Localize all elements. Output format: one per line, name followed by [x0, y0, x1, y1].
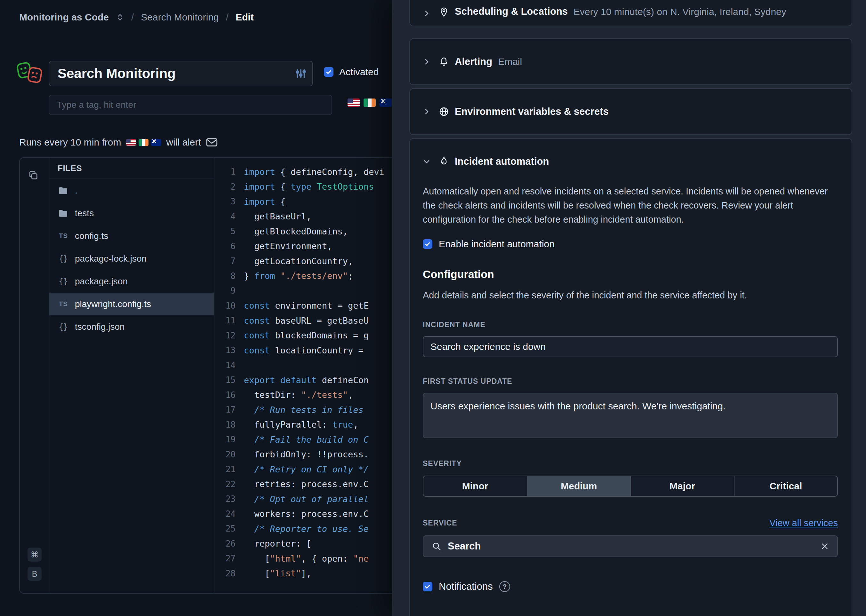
code-line: 18 fullyParallel: true, [214, 417, 412, 432]
code-line: 16 testDir: "./tests", [214, 388, 412, 403]
braces-icon: {} [58, 277, 69, 286]
copy-icon[interactable] [28, 170, 38, 181]
code-area[interactable]: 1import { defineConfig, devi2import { ty… [214, 158, 412, 593]
code-line: 17 /* Run tests in files [214, 402, 412, 417]
configuration-description: Add details and select the severity of t… [423, 290, 838, 301]
file-package.json[interactable]: {}package.json [49, 270, 214, 293]
folder-icon [58, 209, 69, 217]
runs-flags [126, 139, 161, 146]
code-line: 23 /* Opt out of parallel [214, 492, 412, 507]
ireland-flag-icon [364, 99, 376, 107]
section-environment-variables: Environment variables & secrets [409, 88, 852, 135]
code-line: 13const locationCountry = [214, 343, 412, 358]
check-name-input[interactable] [49, 61, 313, 86]
code-line: 26 reporter: [ [214, 536, 412, 552]
shortcut-badge: B [28, 567, 42, 581]
code-line: 8} from "./tests/env"; [214, 269, 412, 284]
braces-icon: {} [58, 322, 69, 332]
file-.[interactable]: . [49, 179, 214, 202]
clear-icon[interactable] [820, 542, 829, 550]
file-list: .testsTSconfig.ts{}package-lock.json{}pa… [49, 179, 214, 338]
code-line: 28 ["list"], [214, 566, 412, 581]
ts-icon: TS [58, 300, 69, 308]
settings-panel: Scheduling & Locations Every 10 minute(s… [392, 0, 866, 616]
section-title: Environment variables & secrets [455, 106, 609, 117]
notifications-row[interactable]: Notifications [423, 581, 838, 592]
location-pin-icon [439, 7, 449, 17]
breadcrumb-separator: / [131, 12, 134, 23]
file-config.ts[interactable]: TSconfig.ts [49, 225, 214, 247]
severity-option-critical[interactable]: Critical [734, 476, 837, 496]
file-explorer: FILES .testsTSconfig.ts{}package-lock.js… [49, 158, 214, 593]
file-playwright.config.ts[interactable]: TSplaywright.config.ts [49, 293, 214, 315]
code-lines: 1import { defineConfig, devi2import { ty… [214, 164, 412, 581]
enable-incident-checkbox[interactable] [423, 239, 432, 249]
code-line: 15export default defineCon [214, 372, 412, 388]
code-line: 5 getBlockedDomains, [214, 224, 412, 239]
breadcrumb-section[interactable]: Search Monitoring [141, 12, 219, 23]
editor-rail: ⌘B [20, 158, 49, 593]
first-status-textarea[interactable]: Users experience issues with the product… [423, 393, 838, 438]
braces-icon: {} [58, 254, 69, 263]
file-package-lock.json[interactable]: {}package-lock.json [49, 247, 214, 270]
configuration-heading: Configuration [423, 268, 838, 280]
section-alerting: Alerting Email [409, 38, 852, 85]
view-all-services-link[interactable]: View all services [769, 518, 838, 528]
code-line: 4 getBaseUrl, [214, 209, 412, 224]
code-line: 2import { type TestOptions [214, 179, 412, 195]
shortcut-badge: ⌘ [28, 548, 42, 562]
us-flag-icon [126, 139, 136, 146]
service-search-input[interactable]: Search [423, 536, 838, 557]
file-name: package-lock.json [75, 254, 146, 264]
activated-toggle[interactable]: Activated [324, 66, 379, 77]
australia-flag-icon [151, 139, 161, 146]
globe-icon [439, 107, 449, 117]
code-line: 11const baseURL = getBaseU [214, 313, 412, 328]
chevron-down-icon [423, 158, 430, 165]
code-line: 12const blockedDomains = g [214, 328, 412, 343]
australia-flag-icon [379, 99, 392, 107]
handlebars-variables-icon[interactable] [295, 68, 307, 79]
severity-option-minor[interactable]: Minor [424, 476, 527, 496]
code-line: 25 /* Reporter to use. Se [214, 521, 412, 536]
file-name: . [75, 185, 77, 196]
file-name: tests [75, 208, 94, 218]
location-flags [348, 99, 392, 107]
incident-name-label: INCIDENT NAME [423, 321, 838, 329]
file-tests[interactable]: tests [49, 202, 214, 225]
section-alerting-header[interactable]: Alerting Email [410, 39, 852, 85]
tag-input[interactable] [49, 95, 332, 115]
service-label: SERVICE [423, 519, 457, 527]
section-incident-automation: Incident automation Automatically open a… [409, 138, 852, 616]
code-line: 22 retries: process.env.C [214, 477, 412, 492]
file-name: tsconfig.json [75, 322, 125, 332]
help-icon[interactable] [499, 581, 510, 592]
breadcrumb-separator: / [226, 12, 228, 23]
runs-prefix: Runs every 10 min from [19, 137, 121, 148]
search-icon [432, 542, 441, 551]
severity-option-medium[interactable]: Medium [527, 476, 630, 496]
runs-suffix: will alert [166, 137, 201, 148]
incident-name-input[interactable] [423, 336, 838, 357]
code-line: 27 ["html", { open: "ne [214, 551, 412, 566]
breadcrumb-app[interactable]: Monitoring as Code [19, 12, 109, 23]
activated-label: Activated [339, 66, 379, 77]
file-tsconfig.json[interactable]: {}tsconfig.json [49, 315, 214, 338]
severity-label: SEVERITY [423, 459, 838, 468]
ireland-flag-icon [139, 139, 148, 146]
code-line: 21 /* Retry on CI only */ [214, 462, 412, 477]
section-scheduling-header[interactable]: Scheduling & Locations Every 10 minute(s… [410, 0, 852, 25]
breadcrumb: Monitoring as Code / Search Monitoring /… [19, 9, 254, 25]
section-incident-header[interactable]: Incident automation [410, 139, 852, 184]
section-environment-header[interactable]: Environment variables & secrets [410, 89, 852, 134]
notifications-checkbox[interactable] [423, 582, 432, 591]
file-name: config.ts [75, 231, 108, 241]
activated-checkbox[interactable] [324, 67, 334, 77]
severity-option-major[interactable]: Major [630, 476, 734, 496]
code-line: 7 getLocationCountry, [214, 254, 412, 269]
breadcrumb-page: Edit [236, 12, 254, 23]
enable-incident-row[interactable]: Enable incident automation [423, 239, 838, 250]
code-line: 20 forbidOnly: !!process. [214, 447, 412, 462]
swap-selector-icon[interactable] [116, 13, 124, 21]
code-line: 14 [214, 358, 412, 373]
